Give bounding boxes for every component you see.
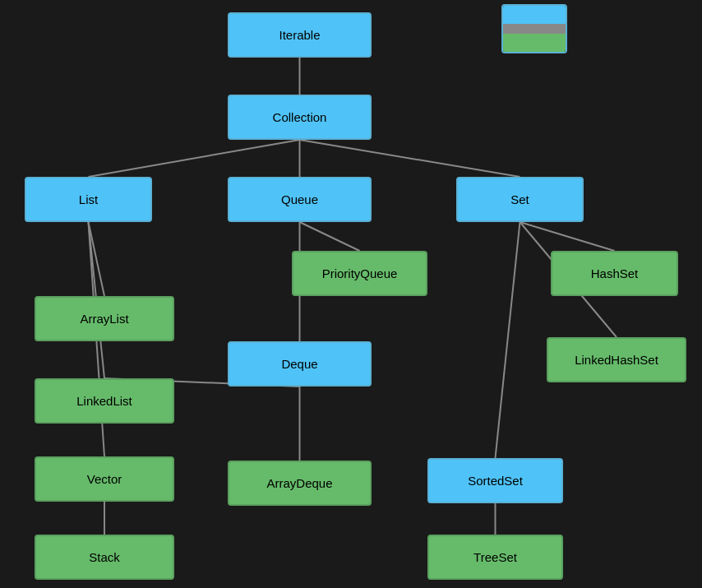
node-linkedhashset[interactable]: LinkedHashSet bbox=[547, 337, 686, 382]
node-arraydeque[interactable]: ArrayDeque bbox=[228, 461, 372, 506]
line-queue-priorityqueue bbox=[300, 222, 360, 251]
node-set[interactable]: Set bbox=[456, 177, 584, 222]
line-set-hashset bbox=[520, 222, 615, 251]
split-box-top bbox=[503, 6, 566, 24]
line-set-sortedset bbox=[496, 222, 520, 458]
node-arraylist[interactable]: ArrayList bbox=[35, 296, 174, 341]
line-collection-set bbox=[300, 140, 520, 177]
node-priorityqueue[interactable]: PriorityQueue bbox=[292, 251, 427, 296]
node-iterable[interactable]: Iterable bbox=[228, 12, 372, 58]
node-treeset[interactable]: TreeSet bbox=[427, 535, 563, 580]
split-box-bot bbox=[503, 34, 566, 52]
node-queue[interactable]: Queue bbox=[228, 177, 372, 222]
split-node[interactable] bbox=[501, 4, 567, 53]
node-sortedset[interactable]: SortedSet bbox=[427, 458, 563, 503]
node-list[interactable]: List bbox=[25, 177, 152, 222]
line-collection-list bbox=[89, 140, 300, 177]
node-collection[interactable]: Collection bbox=[228, 95, 372, 140]
node-vector[interactable]: Vector bbox=[35, 456, 174, 502]
split-box-mid bbox=[503, 24, 566, 34]
node-linkedlist[interactable]: LinkedList bbox=[35, 378, 174, 424]
node-hashset[interactable]: HashSet bbox=[551, 251, 678, 296]
node-stack[interactable]: Stack bbox=[35, 535, 174, 580]
node-deque[interactable]: Deque bbox=[228, 341, 372, 387]
